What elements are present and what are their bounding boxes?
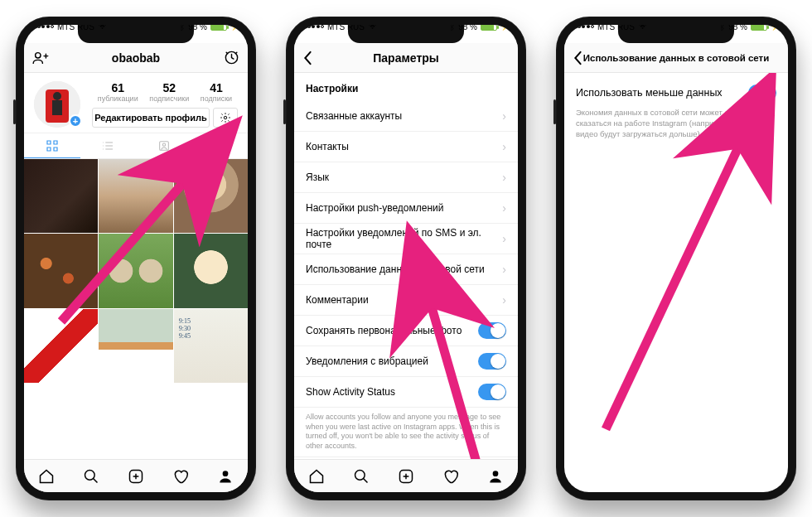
activity-tab[interactable] (428, 460, 473, 492)
chevron-right-icon: › (502, 171, 506, 184)
search-tab[interactable] (339, 460, 384, 492)
svg-point-7 (162, 143, 165, 146)
tagged-tab[interactable] (136, 133, 192, 158)
profile-header: obaobab (24, 43, 248, 73)
tab-bar (24, 459, 248, 492)
add-tab[interactable] (114, 460, 158, 492)
wifi-icon (368, 25, 377, 31)
avatar[interactable]: + (34, 81, 80, 128)
signal-icon (573, 25, 594, 28)
push-notif-row[interactable]: Настройки push-уведомлений› (294, 193, 518, 224)
grid-item[interactable] (24, 159, 98, 233)
activity-status-row[interactable]: Show Activity Status (294, 377, 518, 408)
battery-icon (210, 25, 227, 31)
page-title: Использование данных в сотовой сети (583, 53, 770, 63)
archive-button[interactable] (215, 43, 248, 72)
profile-tabs (24, 133, 248, 159)
activity-tab[interactable] (158, 460, 203, 492)
back-button[interactable] (294, 43, 321, 72)
following-stat[interactable]: 41подписки (201, 81, 232, 103)
bluetooth-icon: ᛒ (720, 25, 725, 31)
comments-row[interactable]: Комментарии› (294, 285, 518, 316)
svg-point-3 (53, 92, 61, 100)
grid-item[interactable] (99, 234, 172, 307)
svg-point-11 (223, 471, 229, 476)
toggle[interactable] (478, 353, 506, 370)
section-header: Настройки (294, 73, 518, 101)
add-tab[interactable] (384, 460, 428, 492)
carrier-label: MTS RUS (327, 25, 365, 31)
contacts-row[interactable]: Контакты› (294, 132, 518, 162)
home-tab[interactable] (24, 460, 69, 492)
phone-mock-3: MTS RUS ᛒ 98 % ⚡ Использование данных в … (556, 17, 796, 500)
svg-line-16 (606, 91, 765, 429)
section-header: Поддержка (294, 457, 518, 459)
add-story-icon[interactable]: + (69, 114, 82, 128)
grid-item[interactable] (174, 159, 248, 233)
followers-stat[interactable]: 52подписчики (149, 81, 189, 103)
description-text: Экономия данных в сотовой сети может отр… (564, 108, 788, 139)
grid-item[interactable] (174, 309, 248, 383)
grid-item[interactable] (24, 309, 98, 383)
screen: MTS RUS ᛒ 98 % ⚡ obaobab (24, 25, 248, 492)
grid-item[interactable] (174, 234, 248, 307)
phone-mock-1: MTS RUS ᛒ 98 % ⚡ obaobab (16, 17, 256, 500)
username-title[interactable]: obaobab (112, 51, 160, 65)
battery-icon (481, 25, 497, 31)
settings-header: Параметры (294, 43, 518, 73)
battery-pct: 98 % (188, 25, 207, 31)
data-usage-header: Использование данных в сотовой сети (564, 43, 788, 73)
wifi-icon (98, 25, 107, 31)
svg-point-13 (355, 470, 365, 480)
use-less-data-row[interactable]: Использовать меньше данных (564, 73, 788, 108)
settings-button[interactable] (213, 108, 238, 128)
linked-accounts-row[interactable]: Связанные аккаунты› (294, 101, 518, 132)
saved-tab[interactable] (192, 133, 249, 158)
grid-item[interactable] (24, 234, 98, 307)
chevron-right-icon: › (502, 109, 506, 123)
page-title: Параметры (373, 51, 439, 65)
search-tab[interactable] (69, 460, 114, 492)
save-original-row[interactable]: Сохранять первоначальные фото (294, 316, 518, 346)
posts-stat[interactable]: 61публикации (98, 81, 138, 103)
signal-icon (32, 25, 54, 28)
svg-point-5 (224, 116, 227, 119)
sms-email-notif-row[interactable]: Настройки уведомлений по SMS и эл. почте… (294, 224, 518, 254)
chevron-right-icon: › (502, 263, 506, 276)
svg-point-9 (85, 470, 95, 480)
grid-item[interactable] (99, 159, 172, 233)
toggle[interactable] (478, 384, 506, 400)
bluetooth-icon: ᛒ (180, 25, 185, 31)
carrier-label: MTS RUS (57, 25, 94, 31)
battery-pct: 98 % (728, 25, 747, 31)
wifi-icon (638, 25, 647, 31)
battery-pct: 98 % (458, 25, 477, 31)
tab-bar (294, 459, 518, 492)
back-button[interactable] (564, 43, 591, 72)
carrier-label: MTS RUS (597, 25, 635, 31)
cellular-data-row[interactable]: Использование данных в сотовой сети› (294, 254, 518, 285)
chevron-right-icon: › (502, 201, 506, 215)
phone-mock-2: MTS RUS ᛒ 98 % ⚡ Параметры Настройки Свя… (286, 17, 526, 500)
home-tab[interactable] (294, 460, 339, 492)
svg-rect-4 (52, 100, 62, 115)
vibrate-row[interactable]: Уведомления с вибрацией (294, 346, 518, 377)
list-tab[interactable] (80, 133, 137, 158)
toggle[interactable] (478, 322, 506, 339)
grid-item[interactable] (99, 309, 172, 383)
language-row[interactable]: Язык› (294, 162, 518, 193)
toggle[interactable] (748, 85, 776, 101)
activity-note: Allow accounts you follow and anyone you… (294, 408, 518, 457)
signal-icon (302, 25, 324, 28)
profile-tab[interactable] (473, 460, 518, 492)
charging-icon: ⚡ (230, 25, 239, 31)
grid-tab[interactable] (24, 133, 80, 158)
edit-profile-button[interactable]: Редактировать профиль (92, 108, 210, 128)
chevron-right-icon: › (502, 293, 506, 307)
photo-grid (24, 159, 248, 383)
svg-point-15 (493, 471, 499, 476)
profile-tab[interactable] (203, 460, 248, 492)
discover-people-button[interactable] (24, 43, 57, 72)
chevron-right-icon: › (502, 232, 506, 245)
battery-icon (751, 25, 767, 31)
